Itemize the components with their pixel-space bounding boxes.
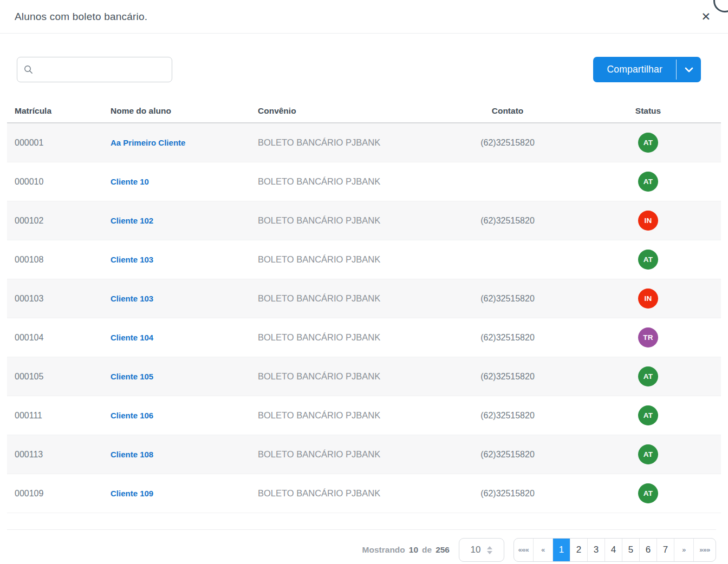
table-row: 000010 Cliente 10 BOLETO BANCÁRIO PJBANK…	[7, 162, 721, 201]
page-number-button[interactable]: 3	[588, 539, 605, 561]
status-badge: IN	[638, 288, 658, 309]
page-prev-button[interactable]: «	[534, 539, 553, 561]
cell-convenio: BOLETO BANCÁRIO PJBANK	[250, 176, 440, 187]
page-size-stepper-icon	[487, 546, 492, 554]
student-name-link[interactable]: Cliente 102	[110, 216, 153, 225]
page-number-button[interactable]: 1	[553, 539, 570, 561]
cell-contato: (62)32515820	[440, 372, 575, 382]
student-name-link[interactable]: Cliente 106	[110, 411, 153, 420]
cell-matricula: 000108	[7, 255, 103, 265]
page-number-button[interactable]: 7	[657, 539, 674, 561]
status-badge: IN	[638, 211, 658, 231]
page-size-value: 10	[471, 545, 481, 555]
page-size-select[interactable]: 10	[459, 538, 504, 562]
cell-contato: (62)32515820	[440, 411, 575, 421]
page-number-button[interactable]: 4	[605, 539, 622, 561]
cell-nome: Cliente 103	[103, 294, 250, 304]
student-name-link[interactable]: Cliente 108	[110, 450, 153, 459]
toolbar: Compartilhar	[0, 34, 728, 82]
student-name-link[interactable]: Cliente 109	[110, 489, 153, 498]
cell-contato: (62)32515820	[440, 489, 575, 499]
cell-status: AT	[575, 172, 721, 192]
table-row: 000108 Cliente 103 BOLETO BANCÁRIO PJBAN…	[7, 240, 721, 279]
search-input[interactable]	[38, 64, 165, 75]
cell-contato: (62)32515820	[440, 216, 575, 226]
cell-nome: Cliente 104	[103, 333, 250, 343]
share-split-button: Compartilhar	[593, 57, 701, 82]
table-header-row: Matrícula Nome do aluno Convênio Contato…	[7, 100, 721, 123]
status-badge: AT	[638, 444, 658, 464]
cell-nome: Cliente 108	[103, 450, 250, 460]
cell-contato: (62)32515820	[440, 333, 575, 343]
cell-status: AT	[575, 444, 721, 464]
page-number-button[interactable]: 5	[622, 539, 640, 561]
cell-matricula: 000113	[7, 450, 103, 460]
column-header-contato[interactable]: Contato	[440, 106, 575, 116]
page-number-button[interactable]: 6	[640, 539, 657, 561]
cell-convenio: BOLETO BANCÁRIO PJBANK	[250, 449, 440, 460]
total-count: 256	[435, 545, 450, 555]
showing-count: 10	[409, 545, 418, 555]
cell-nome: Cliente 102	[103, 216, 250, 226]
search-box[interactable]	[17, 57, 172, 82]
student-name-link[interactable]: Cliente 10	[110, 177, 149, 186]
cell-contato: (62)32515820	[440, 294, 575, 304]
cell-convenio: BOLETO BANCÁRIO PJBANK	[250, 371, 440, 382]
share-button[interactable]: Compartilhar	[593, 57, 676, 82]
of-label: de	[422, 545, 432, 555]
status-badge: AT	[638, 172, 658, 192]
student-name-link[interactable]: Aa Primeiro Cliente	[110, 138, 185, 147]
cell-status: AT	[575, 133, 721, 153]
table-row: 000113 Cliente 108 BOLETO BANCÁRIO PJBAN…	[7, 435, 721, 474]
cell-convenio: BOLETO BANCÁRIO PJBANK	[250, 332, 440, 343]
close-icon[interactable]: ✕	[700, 10, 712, 23]
student-name-link[interactable]: Cliente 103	[110, 294, 153, 303]
modal-header: Alunos com boleto bancário. ✕	[0, 0, 728, 34]
cell-convenio: BOLETO BANCÁRIO PJBANK	[250, 410, 440, 421]
cell-convenio: BOLETO BANCÁRIO PJBANK	[250, 488, 440, 499]
cell-contato: (62)32515820	[440, 450, 575, 460]
page-last-button[interactable]: »»»	[694, 539, 716, 561]
cell-nome: Cliente 103	[103, 255, 250, 265]
cell-matricula: 000001	[7, 138, 103, 148]
cell-matricula: 000109	[7, 489, 103, 499]
table-row: 000111 Cliente 106 BOLETO BANCÁRIO PJBAN…	[7, 396, 721, 435]
cell-nome: Cliente 109	[103, 489, 250, 499]
students-table: Matrícula Nome do aluno Convênio Contato…	[7, 100, 721, 513]
cell-status: IN	[575, 211, 721, 231]
status-badge: AT	[638, 250, 658, 270]
student-name-link[interactable]: Cliente 103	[110, 255, 153, 264]
search-icon	[24, 65, 33, 74]
cell-matricula: 000105	[7, 372, 103, 382]
table-row: 000102 Cliente 102 BOLETO BANCÁRIO PJBAN…	[7, 201, 721, 240]
status-badge: TR	[638, 327, 658, 347]
cell-status: AT	[575, 405, 721, 425]
status-badge: AT	[638, 366, 658, 386]
student-name-link[interactable]: Cliente 105	[110, 372, 153, 381]
page-first-button[interactable]: «««	[514, 539, 534, 561]
page-number-button[interactable]: 2	[570, 539, 588, 561]
cell-status: TR	[575, 327, 721, 347]
column-header-status[interactable]: Status	[575, 106, 721, 116]
page-next-button[interactable]: »	[674, 539, 694, 561]
cell-convenio: BOLETO BANCÁRIO PJBANK	[250, 215, 440, 226]
cell-nome: Cliente 106	[103, 411, 250, 421]
cell-status: AT	[575, 250, 721, 270]
footer: Mostrando 10 de 256 10 ««« « 1 2 3 4 5 6…	[7, 529, 716, 562]
status-badge: AT	[638, 405, 658, 425]
cell-nome: Cliente 105	[103, 372, 250, 382]
chevron-down-icon	[685, 67, 693, 73]
share-dropdown-button[interactable]	[677, 57, 701, 82]
cell-contato: (62)32515820	[440, 138, 575, 148]
column-header-convenio[interactable]: Convênio	[250, 106, 440, 116]
table-row: 000103 Cliente 103 BOLETO BANCÁRIO PJBAN…	[7, 279, 721, 318]
status-badge: AT	[638, 133, 658, 153]
student-name-link[interactable]: Cliente 104	[110, 333, 153, 342]
showing-label: Mostrando	[362, 545, 405, 555]
cell-matricula: 000102	[7, 216, 103, 226]
table-row: 000001 Aa Primeiro Cliente BOLETO BANCÁR…	[7, 123, 721, 162]
table-row: 000109 Cliente 109 BOLETO BANCÁRIO PJBAN…	[7, 474, 721, 513]
status-badge: AT	[638, 483, 658, 503]
column-header-matricula[interactable]: Matrícula	[7, 106, 103, 116]
column-header-nome[interactable]: Nome do aluno	[103, 106, 250, 116]
